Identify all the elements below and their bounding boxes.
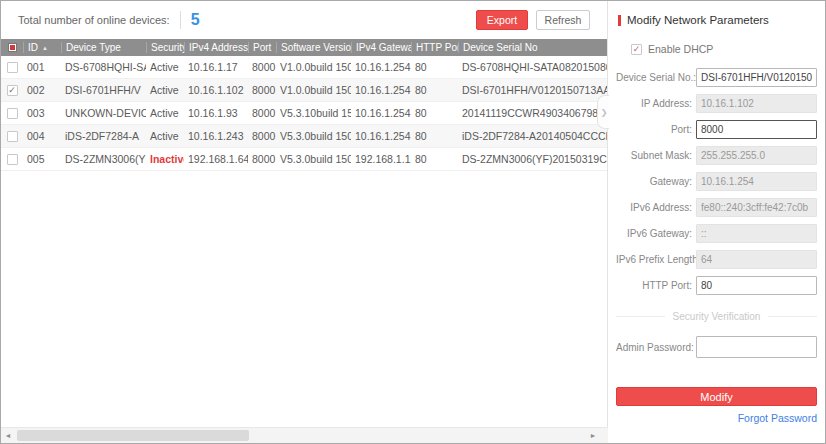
column-header-http-port[interactable]: HTTP Port — [411, 42, 458, 53]
cell-software-version: V1.0.0build 1508... — [276, 61, 351, 73]
sort-asc-icon[interactable]: ▲ — [42, 45, 48, 51]
column-header-id[interactable]: ID ▲ — [23, 42, 61, 53]
row-checkbox[interactable]: ✓ — [7, 154, 18, 165]
cell-security: Active — [146, 107, 184, 119]
cell-http-port: 80 — [411, 153, 458, 165]
cell-ipv4-address: 10.16.1.93 — [184, 107, 248, 119]
cell-serial-no: 20141119CCWR4903406798 — [458, 107, 607, 119]
cell-security: Active — [146, 61, 184, 73]
table-body: ✓ 001 DS-6708HQHI-SATA Active 10.16.1.17… — [1, 56, 607, 171]
port-input[interactable] — [696, 120, 817, 139]
cell-port: 8000 — [248, 107, 276, 119]
checkbox-indeterminate-icon — [8, 43, 17, 52]
cell-security: Inactive — [146, 153, 184, 165]
cell-id: 004 — [23, 130, 61, 142]
column-header-security[interactable]: Security — [146, 42, 184, 53]
table-row[interactable]: ✓ 005 DS-2ZMN3006(YF) Inactive 192.168.1… — [1, 148, 607, 171]
cell-http-port: 80 — [411, 84, 458, 96]
table-row[interactable]: ✓ 003 UNKOWN-DEVICE-T... Active 10.16.1.… — [1, 102, 607, 125]
column-header-device-type[interactable]: Device Type — [61, 42, 146, 53]
modify-button[interactable]: Modify — [616, 387, 817, 406]
cell-ipv4-gateway: 10.16.1.254 — [351, 130, 411, 142]
security-verification-label: Security Verification — [673, 311, 761, 322]
scroll-right-arrow-icon[interactable]: ► — [586, 428, 600, 443]
cell-device-type: DS-2ZMN3006(YF) — [61, 153, 146, 165]
refresh-button[interactable]: Refresh — [536, 10, 590, 30]
gateway-label: Gateway: — [616, 176, 692, 187]
cell-ipv4-address: 10.16.1.17 — [184, 61, 248, 73]
table-row[interactable]: ✓ 001 DS-6708HQHI-SATA Active 10.16.1.17… — [1, 56, 607, 79]
cell-software-version: V5.3.10build 150... — [276, 107, 351, 119]
column-header-port[interactable]: Port — [248, 42, 276, 53]
field-ipv6-gateway: IPv6 Gateway: — [616, 224, 817, 243]
cell-device-type: iDS-2DF7284-A — [61, 130, 146, 142]
cell-software-version: V1.0.0build 1507... — [276, 84, 351, 96]
subnet-mask-input — [696, 146, 817, 165]
cell-ipv4-address: 192.168.1.64 — [184, 153, 248, 165]
dhcp-label: Enable DHCP — [648, 43, 713, 55]
check-icon: ✓ — [8, 85, 16, 95]
cell-http-port: 80 — [411, 61, 458, 73]
dhcp-checkbox[interactable]: ✓ — [631, 44, 642, 55]
app-window: Total number of online devices: 5 Export… — [0, 0, 826, 444]
cell-ipv4-gateway: 192.168.1.1 — [351, 153, 411, 165]
cell-ipv4-gateway: 10.16.1.254 — [351, 84, 411, 96]
modify-network-panel: Modify Network Parameters ✓ Enable DHCP … — [609, 1, 825, 443]
panel-title: Modify Network Parameters — [618, 14, 817, 26]
field-ipv6-address: IPv6 Address: — [616, 198, 817, 217]
cell-serial-no: DS-2ZMN3006(YF)20150319CCWR4... — [458, 153, 607, 165]
field-ip-address: IP Address: — [616, 94, 817, 113]
chevron-right-icon: ❯ — [601, 108, 608, 117]
horizontal-scrollbar[interactable]: ◄ ► — [1, 427, 608, 443]
cell-port: 8000 — [248, 61, 276, 73]
enable-dhcp-row[interactable]: ✓ Enable DHCP — [631, 43, 817, 55]
http-port-label: HTTP Port: — [616, 280, 692, 291]
export-button[interactable]: Export — [476, 10, 528, 30]
forgot-password-link[interactable]: Forgot Password — [616, 412, 817, 424]
admin-password-label: Admin Password: — [616, 342, 692, 353]
cell-id: 002 — [23, 84, 61, 96]
cell-serial-no: DSI-6701HFH/V0120150713AAWR2... — [458, 84, 607, 96]
cell-port: 8000 — [248, 153, 276, 165]
table-row[interactable]: ✓ 004 iDS-2DF7284-A Active 10.16.1.243 8… — [1, 125, 607, 148]
field-ipv6-prefix-length: IPv6 Prefix Length: — [616, 250, 817, 269]
column-header-ipv4-address[interactable]: IPv4 Address — [184, 42, 248, 53]
field-gateway: Gateway: — [616, 172, 817, 191]
divider-line — [768, 316, 817, 317]
ipv6-address-label: IPv6 Address: — [616, 202, 692, 213]
cell-port: 8000 — [248, 130, 276, 142]
cell-id: 001 — [23, 61, 61, 73]
column-header-software-version[interactable]: Software Version — [276, 42, 351, 53]
panel-title-text: Modify Network Parameters — [627, 14, 769, 26]
total-devices-label: Total number of online devices: — [18, 14, 170, 26]
cell-http-port: 80 — [411, 107, 458, 119]
table-row[interactable]: ✓ 002 DSI-6701HFH/V Active 10.16.1.102 8… — [1, 79, 607, 102]
topbar-buttons: Export Refresh — [476, 10, 590, 30]
port-label: Port: — [616, 124, 692, 135]
cell-security: Active — [146, 130, 184, 142]
column-header-ipv4-gateway[interactable]: IPv4 Gateway — [351, 42, 411, 53]
cell-id: 005 — [23, 153, 61, 165]
ip-address-input — [696, 94, 817, 113]
admin-password-input[interactable] — [696, 336, 817, 358]
select-all-checkbox[interactable] — [1, 42, 23, 53]
cell-ipv4-gateway: 10.16.1.254 — [351, 61, 411, 73]
row-checkbox[interactable]: ✓ — [7, 85, 18, 96]
cell-http-port: 80 — [411, 130, 458, 142]
ipv6-prefix-length-label: IPv6 Prefix Length: — [616, 254, 692, 265]
cell-ipv4-address: 10.16.1.243 — [184, 130, 248, 142]
scroll-left-arrow-icon[interactable]: ◄ — [1, 428, 15, 443]
row-checkbox[interactable]: ✓ — [7, 131, 18, 142]
cell-device-type: DS-6708HQHI-SATA — [61, 61, 146, 73]
field-admin-password: Admin Password: — [616, 336, 817, 358]
ip-address-label: IP Address: — [616, 98, 692, 109]
http-port-input[interactable] — [696, 276, 817, 295]
device-serial-no-input[interactable] — [696, 68, 817, 87]
field-http-port: HTTP Port: — [616, 276, 817, 295]
field-port: Port: — [616, 120, 817, 139]
scrollbar-thumb[interactable] — [17, 430, 249, 441]
row-checkbox[interactable]: ✓ — [7, 108, 18, 119]
cell-device-type: DSI-6701HFH/V — [61, 84, 146, 96]
row-checkbox[interactable]: ✓ — [7, 62, 18, 73]
column-header-device-serial-no[interactable]: Device Serial No — [458, 42, 607, 53]
